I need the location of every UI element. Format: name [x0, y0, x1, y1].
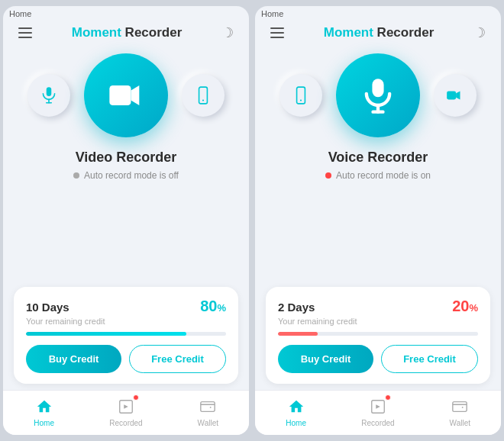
buy-credit-button-2[interactable]: Buy Credit [278, 345, 373, 373]
progress-fill-1 [26, 332, 186, 336]
mic-button-1[interactable] [27, 74, 70, 117]
credit-sub-2: Your remaining credit [278, 317, 478, 326]
wallet-icon-wrap-2 [450, 397, 470, 417]
percent-label-2: 20% [452, 298, 478, 315]
nav-home-label-1: Home [34, 419, 54, 427]
svg-rect-11 [372, 79, 383, 97]
nav-wallet-label-2: Wallet [450, 419, 470, 427]
phone-video: Home Moment Recorder ☽ [3, 6, 249, 435]
credit-card-2: 2 Days 20% Your remaining credit Buy Cre… [266, 287, 490, 384]
free-credit-button-2[interactable]: Free Credit [381, 345, 478, 373]
phone-button-2[interactable] [279, 74, 322, 117]
credit-card-1: 10 Days 80% Your remaining credit Buy Cr… [14, 287, 238, 384]
phone-button-1[interactable] [182, 74, 225, 117]
status-text-1: Auto record mode is off [84, 170, 179, 181]
nav-recorded-label-1: Recorded [109, 419, 142, 427]
header-2: Moment Recorder ☽ [255, 18, 501, 46]
app-title-2: Moment Recorder [324, 25, 435, 40]
nav-wallet-1[interactable]: Wallet [186, 397, 229, 427]
phone-voice: Home Moment Recorder ☽ [255, 6, 501, 435]
app-title-1: Moment Recorder [72, 25, 183, 40]
days-label-1: 10 Days [26, 301, 69, 314]
menu-icon-2[interactable] [270, 27, 284, 38]
status-dot-2 [325, 172, 331, 179]
credit-buttons-1: Buy Credit Free Credit [26, 345, 226, 373]
recorder-section-1: Video Recorder Auto record mode is off [3, 46, 249, 279]
svg-rect-16 [453, 402, 467, 412]
svg-rect-14 [447, 92, 456, 100]
home-label-1: Home [3, 6, 249, 18]
nav-recorded-label-2: Recorded [361, 419, 394, 427]
recorded-badge-2 [385, 394, 391, 401]
percent-label-1: 80% [200, 298, 226, 315]
recorded-icon-wrap-2 [368, 397, 388, 417]
status-dot-1 [73, 172, 79, 179]
icons-row-2 [279, 53, 477, 137]
theme-toggle-1[interactable]: ☽ [221, 24, 234, 41]
svg-rect-0 [47, 87, 52, 96]
buy-credit-button-1[interactable]: Buy Credit [26, 345, 121, 373]
credit-sub-1: Your remaining credit [26, 317, 226, 326]
video-button-2[interactable] [434, 74, 477, 117]
progress-bar-bg-1 [26, 332, 226, 336]
recorded-icon-wrap-1 [116, 397, 136, 417]
icons-row-1 [27, 53, 225, 137]
theme-toggle-2[interactable]: ☽ [473, 24, 486, 41]
video-main-button[interactable] [84, 53, 168, 137]
header-1: Moment Recorder ☽ [3, 18, 249, 46]
recorder-section-2: Voice Recorder Auto record mode is on [255, 46, 501, 279]
bottom-nav-1: Home Recorded [3, 390, 249, 435]
nav-wallet-2[interactable]: Wallet [438, 397, 481, 427]
progress-fill-2 [278, 332, 318, 336]
nav-recorded-1[interactable]: Recorded [105, 397, 147, 427]
nav-wallet-label-1: Wallet [198, 419, 218, 427]
status-row-2: Auto record mode is on [325, 170, 431, 181]
nav-home-1[interactable]: Home [23, 397, 66, 427]
progress-bar-bg-2 [278, 332, 478, 336]
svg-point-10 [300, 99, 302, 101]
recorder-title-1: Video Recorder [76, 150, 177, 166]
svg-rect-7 [201, 402, 215, 412]
nav-recorded-2[interactable]: Recorded [357, 397, 399, 427]
mic-main-button[interactable] [336, 53, 420, 137]
svg-point-5 [202, 99, 204, 101]
nav-home-label-2: Home [286, 419, 306, 427]
home-icon-wrap-1 [34, 397, 54, 417]
home-icon-wrap-2 [286, 397, 306, 417]
days-label-2: 2 Days [278, 301, 315, 314]
free-credit-button-1[interactable]: Free Credit [129, 345, 226, 373]
menu-icon-1[interactable] [18, 27, 32, 38]
credit-buttons-2: Buy Credit Free Credit [278, 345, 478, 373]
home-label-2: Home [255, 6, 501, 18]
recorded-badge-1 [133, 394, 139, 401]
status-text-2: Auto record mode is on [336, 170, 431, 181]
recorder-title-2: Voice Recorder [328, 150, 428, 166]
status-row-1: Auto record mode is off [73, 170, 179, 181]
wallet-icon-wrap-1 [198, 397, 218, 417]
svg-rect-3 [109, 85, 131, 105]
bottom-nav-2: Home Recorded [255, 390, 501, 435]
nav-home-2[interactable]: Home [275, 397, 318, 427]
